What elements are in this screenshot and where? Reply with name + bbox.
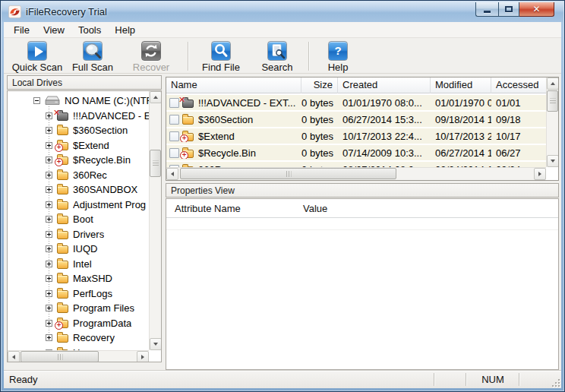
expand-plus-icon[interactable]	[46, 186, 52, 193]
expand-plus-icon[interactable]	[46, 261, 52, 267]
tree-item[interactable]: IUQD	[8, 242, 149, 257]
expand-plus-icon[interactable]	[46, 172, 52, 179]
column-header-value[interactable]: Value	[303, 203, 327, 214]
close-button[interactable]: ✕	[519, 2, 554, 17]
row-checkbox[interactable]	[169, 131, 179, 141]
expand-plus-icon[interactable]	[46, 231, 52, 238]
scrollbar-thumb[interactable]	[21, 351, 99, 362]
tree-item[interactable]: Drivers	[8, 227, 149, 242]
menu-help[interactable]: Help	[108, 23, 142, 37]
expand-plus-icon[interactable]	[46, 201, 52, 208]
scrollbar-left-button[interactable]	[166, 168, 178, 180]
tree-item[interactable]: ProgramData	[8, 316, 149, 331]
maximize-button[interactable]	[498, 2, 519, 17]
tree-item[interactable]: $Extend	[8, 138, 149, 153]
status-text: Ready	[9, 374, 38, 385]
resize-grip[interactable]	[550, 377, 560, 387]
scrollbar-right-button[interactable]	[534, 168, 546, 180]
tree-item[interactable]: PerfLogs	[8, 286, 149, 302]
scrollbar-down-button[interactable]	[547, 155, 559, 167]
status-bar: Ready NUM	[4, 370, 561, 388]
tree-item[interactable]: $Recycle.Bin	[8, 153, 149, 168]
tree-item[interactable]: 360Rec	[8, 168, 149, 183]
tree-item[interactable]: 360SANDBOX	[8, 182, 149, 198]
recover-button[interactable]: Recover	[122, 40, 180, 74]
app-window: iFileRecovery Trial ✕ File View Tools He…	[0, 0, 565, 392]
tree-item[interactable]: Program Files	[8, 301, 149, 316]
expand-plus-icon[interactable]	[46, 349, 52, 350]
expand-plus-icon[interactable]	[46, 305, 52, 311]
scrollbar-left-button[interactable]	[8, 351, 20, 362]
tree-vertical-scrollbar[interactable]	[149, 91, 161, 350]
scrollbar-thumb[interactable]	[547, 90, 558, 112]
expand-plus-icon[interactable]	[46, 142, 52, 149]
tree-item[interactable]: !!!ADVANCED - E	[8, 109, 149, 124]
tree-item[interactable]: Intel	[8, 257, 149, 272]
column-header-created[interactable]: Created	[338, 77, 431, 93]
folder-plus-badge-icon	[57, 156, 68, 165]
expand-plus-icon[interactable]	[46, 334, 52, 341]
expand-plus-icon[interactable]	[46, 127, 52, 134]
scrollbar-thumb[interactable]	[150, 150, 161, 177]
folder-icon	[57, 245, 68, 254]
scrollbar-up-button[interactable]	[150, 91, 162, 103]
find-file-button[interactable]: Find File	[196, 40, 246, 74]
file-accessed: 01/01	[491, 97, 541, 109]
scrollbar-up-button[interactable]	[547, 77, 559, 90]
folder-icon	[57, 334, 68, 343]
file-row[interactable]: $Recycle.Bin 0 bytes 07/14/2009 10:3... …	[166, 145, 546, 160]
folder-icon	[57, 290, 68, 299]
column-header-name[interactable]: Name	[166, 77, 301, 93]
menu-view[interactable]: View	[36, 23, 71, 37]
column-header-accessed[interactable]: Accessed	[491, 77, 546, 93]
menu-tools[interactable]: Tools	[71, 23, 108, 37]
expand-plus-icon[interactable]	[46, 320, 52, 327]
expand-plus-icon[interactable]	[46, 245, 52, 252]
minimize-button[interactable]	[475, 2, 498, 17]
menu-file[interactable]: File	[7, 23, 36, 37]
num-lock-indicator: NUM	[473, 374, 513, 385]
row-checkbox[interactable]	[169, 148, 179, 158]
window-title: iFileRecovery Trial	[26, 6, 107, 17]
tree-item[interactable]: MaxSHD	[8, 271, 149, 286]
recover-arrows-icon	[141, 41, 161, 61]
scrollbar-down-button[interactable]	[150, 338, 162, 350]
folder-icon	[57, 305, 68, 313]
scrollbar-thumb[interactable]	[180, 168, 396, 179]
tree-horizontal-scrollbar[interactable]	[8, 350, 149, 362]
list-horizontal-scrollbar[interactable]	[166, 167, 546, 180]
title-bar[interactable]: iFileRecovery Trial ✕	[2, 2, 563, 22]
expand-plus-icon[interactable]	[46, 112, 52, 119]
disk-magnifier-icon	[83, 41, 103, 61]
file-modified: 06/27/2014 14:5...	[431, 147, 491, 159]
file-row[interactable]: !!!ADVANCED - EXT... 0 bytes 01/01/1970 …	[166, 95, 546, 110]
folder-icon	[57, 201, 68, 210]
tree-item[interactable]: Boot	[8, 212, 149, 227]
expand-plus-icon[interactable]	[46, 156, 52, 163]
column-header-attribute[interactable]: Attribute Name	[166, 203, 303, 214]
full-scan-button[interactable]: Full Scan	[68, 40, 118, 74]
row-checkbox[interactable]	[169, 115, 179, 125]
properties-header: Attribute Name Value	[166, 199, 558, 218]
collapse-minus-icon[interactable]	[33, 97, 40, 104]
tree-item-drive-root[interactable]: NO NAME (C:)(NTFS	[8, 93, 149, 109]
file-row[interactable]: 360Rec 0 bytes 08/07/2014 08:3 09/24/201…	[166, 162, 546, 167]
tree-item[interactable]: $360Section	[8, 123, 149, 138]
question-icon: ?	[328, 41, 348, 61]
column-header-size[interactable]: Size	[301, 77, 338, 93]
scrollbar-right-button[interactable]	[137, 351, 149, 362]
quick-scan-button[interactable]: Quick Scan	[7, 40, 68, 74]
expand-plus-icon[interactable]	[46, 216, 52, 223]
expand-plus-icon[interactable]	[46, 275, 52, 282]
expand-plus-icon[interactable]	[46, 290, 52, 297]
help-button[interactable]: ? Help	[317, 40, 359, 74]
search-button[interactable]: Search	[254, 40, 301, 74]
file-row[interactable]: $Extend 0 bytes 10/17/2013 22:4... 10/17…	[166, 128, 546, 144]
local-drives-caption: Local Drives	[7, 75, 162, 90]
tree-item[interactable]: Recovery	[8, 330, 149, 346]
tree-item[interactable]: Adjustment Prog	[8, 198, 149, 213]
file-row[interactable]: $360Section 0 bytes 06/27/2014 15:3... 0…	[166, 112, 546, 127]
minimize-icon	[484, 11, 491, 13]
list-vertical-scrollbar[interactable]	[546, 77, 558, 167]
column-header-modified[interactable]: Modified	[431, 77, 491, 93]
